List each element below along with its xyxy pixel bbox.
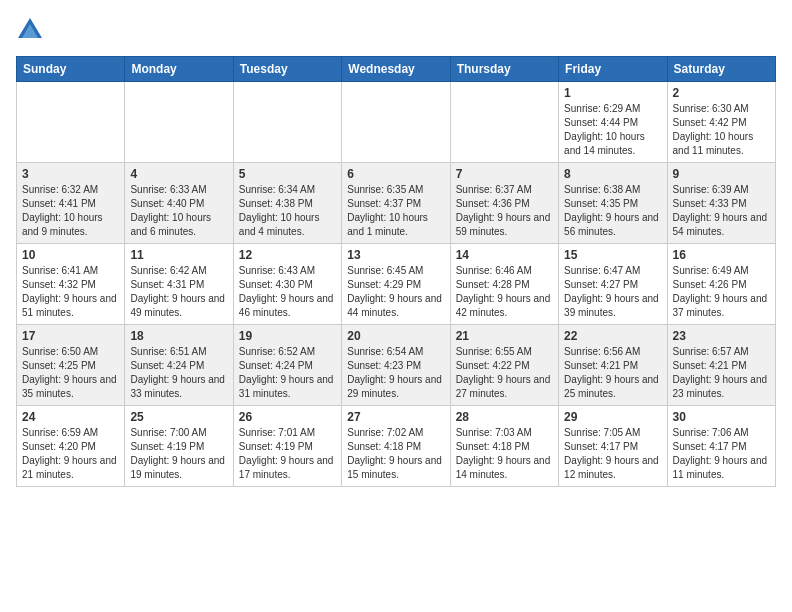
day-number: 3	[22, 167, 119, 181]
calendar-cell: 15Sunrise: 6:47 AM Sunset: 4:27 PM Dayli…	[559, 244, 667, 325]
day-header-saturday: Saturday	[667, 57, 775, 82]
day-number: 18	[130, 329, 227, 343]
calendar-week-2: 3Sunrise: 6:32 AM Sunset: 4:41 PM Daylig…	[17, 163, 776, 244]
calendar-cell: 16Sunrise: 6:49 AM Sunset: 4:26 PM Dayli…	[667, 244, 775, 325]
calendar-cell: 28Sunrise: 7:03 AM Sunset: 4:18 PM Dayli…	[450, 406, 558, 487]
calendar-cell: 12Sunrise: 6:43 AM Sunset: 4:30 PM Dayli…	[233, 244, 341, 325]
calendar-cell: 21Sunrise: 6:55 AM Sunset: 4:22 PM Dayli…	[450, 325, 558, 406]
day-info: Sunrise: 6:43 AM Sunset: 4:30 PM Dayligh…	[239, 264, 336, 320]
day-info: Sunrise: 6:52 AM Sunset: 4:24 PM Dayligh…	[239, 345, 336, 401]
calendar-cell: 4Sunrise: 6:33 AM Sunset: 4:40 PM Daylig…	[125, 163, 233, 244]
day-number: 4	[130, 167, 227, 181]
calendar-cell: 18Sunrise: 6:51 AM Sunset: 4:24 PM Dayli…	[125, 325, 233, 406]
day-number: 20	[347, 329, 444, 343]
day-info: Sunrise: 6:49 AM Sunset: 4:26 PM Dayligh…	[673, 264, 770, 320]
day-info: Sunrise: 7:02 AM Sunset: 4:18 PM Dayligh…	[347, 426, 444, 482]
day-number: 15	[564, 248, 661, 262]
day-info: Sunrise: 6:35 AM Sunset: 4:37 PM Dayligh…	[347, 183, 444, 239]
calendar-cell	[233, 82, 341, 163]
calendar-cell: 19Sunrise: 6:52 AM Sunset: 4:24 PM Dayli…	[233, 325, 341, 406]
calendar-week-3: 10Sunrise: 6:41 AM Sunset: 4:32 PM Dayli…	[17, 244, 776, 325]
day-info: Sunrise: 7:06 AM Sunset: 4:17 PM Dayligh…	[673, 426, 770, 482]
calendar-cell: 25Sunrise: 7:00 AM Sunset: 4:19 PM Dayli…	[125, 406, 233, 487]
calendar-cell: 8Sunrise: 6:38 AM Sunset: 4:35 PM Daylig…	[559, 163, 667, 244]
calendar-cell	[17, 82, 125, 163]
day-info: Sunrise: 6:34 AM Sunset: 4:38 PM Dayligh…	[239, 183, 336, 239]
day-number: 29	[564, 410, 661, 424]
calendar: SundayMondayTuesdayWednesdayThursdayFrid…	[16, 56, 776, 487]
day-header-sunday: Sunday	[17, 57, 125, 82]
day-info: Sunrise: 7:01 AM Sunset: 4:19 PM Dayligh…	[239, 426, 336, 482]
calendar-cell: 24Sunrise: 6:59 AM Sunset: 4:20 PM Dayli…	[17, 406, 125, 487]
day-header-monday: Monday	[125, 57, 233, 82]
day-info: Sunrise: 7:03 AM Sunset: 4:18 PM Dayligh…	[456, 426, 553, 482]
day-number: 27	[347, 410, 444, 424]
calendar-week-4: 17Sunrise: 6:50 AM Sunset: 4:25 PM Dayli…	[17, 325, 776, 406]
day-info: Sunrise: 6:55 AM Sunset: 4:22 PM Dayligh…	[456, 345, 553, 401]
calendar-cell: 2Sunrise: 6:30 AM Sunset: 4:42 PM Daylig…	[667, 82, 775, 163]
day-info: Sunrise: 7:05 AM Sunset: 4:17 PM Dayligh…	[564, 426, 661, 482]
day-number: 10	[22, 248, 119, 262]
day-info: Sunrise: 6:56 AM Sunset: 4:21 PM Dayligh…	[564, 345, 661, 401]
day-number: 23	[673, 329, 770, 343]
day-info: Sunrise: 7:00 AM Sunset: 4:19 PM Dayligh…	[130, 426, 227, 482]
calendar-cell: 29Sunrise: 7:05 AM Sunset: 4:17 PM Dayli…	[559, 406, 667, 487]
day-number: 16	[673, 248, 770, 262]
calendar-cell: 20Sunrise: 6:54 AM Sunset: 4:23 PM Dayli…	[342, 325, 450, 406]
day-number: 21	[456, 329, 553, 343]
day-number: 28	[456, 410, 553, 424]
day-info: Sunrise: 6:39 AM Sunset: 4:33 PM Dayligh…	[673, 183, 770, 239]
calendar-week-1: 1Sunrise: 6:29 AM Sunset: 4:44 PM Daylig…	[17, 82, 776, 163]
day-info: Sunrise: 6:37 AM Sunset: 4:36 PM Dayligh…	[456, 183, 553, 239]
calendar-header-row: SundayMondayTuesdayWednesdayThursdayFrid…	[17, 57, 776, 82]
day-number: 17	[22, 329, 119, 343]
calendar-cell: 11Sunrise: 6:42 AM Sunset: 4:31 PM Dayli…	[125, 244, 233, 325]
calendar-cell: 17Sunrise: 6:50 AM Sunset: 4:25 PM Dayli…	[17, 325, 125, 406]
day-number: 22	[564, 329, 661, 343]
calendar-cell: 9Sunrise: 6:39 AM Sunset: 4:33 PM Daylig…	[667, 163, 775, 244]
day-info: Sunrise: 6:32 AM Sunset: 4:41 PM Dayligh…	[22, 183, 119, 239]
day-info: Sunrise: 6:38 AM Sunset: 4:35 PM Dayligh…	[564, 183, 661, 239]
logo	[16, 16, 48, 44]
day-info: Sunrise: 6:57 AM Sunset: 4:21 PM Dayligh…	[673, 345, 770, 401]
calendar-cell: 30Sunrise: 7:06 AM Sunset: 4:17 PM Dayli…	[667, 406, 775, 487]
day-info: Sunrise: 6:33 AM Sunset: 4:40 PM Dayligh…	[130, 183, 227, 239]
day-info: Sunrise: 6:54 AM Sunset: 4:23 PM Dayligh…	[347, 345, 444, 401]
day-header-thursday: Thursday	[450, 57, 558, 82]
day-number: 5	[239, 167, 336, 181]
day-info: Sunrise: 6:50 AM Sunset: 4:25 PM Dayligh…	[22, 345, 119, 401]
calendar-week-5: 24Sunrise: 6:59 AM Sunset: 4:20 PM Dayli…	[17, 406, 776, 487]
calendar-cell: 10Sunrise: 6:41 AM Sunset: 4:32 PM Dayli…	[17, 244, 125, 325]
day-number: 25	[130, 410, 227, 424]
calendar-cell	[450, 82, 558, 163]
day-header-friday: Friday	[559, 57, 667, 82]
calendar-cell: 13Sunrise: 6:45 AM Sunset: 4:29 PM Dayli…	[342, 244, 450, 325]
day-header-tuesday: Tuesday	[233, 57, 341, 82]
day-info: Sunrise: 6:45 AM Sunset: 4:29 PM Dayligh…	[347, 264, 444, 320]
day-number: 13	[347, 248, 444, 262]
calendar-cell: 27Sunrise: 7:02 AM Sunset: 4:18 PM Dayli…	[342, 406, 450, 487]
day-number: 19	[239, 329, 336, 343]
day-number: 9	[673, 167, 770, 181]
day-number: 2	[673, 86, 770, 100]
day-info: Sunrise: 6:59 AM Sunset: 4:20 PM Dayligh…	[22, 426, 119, 482]
day-number: 1	[564, 86, 661, 100]
day-number: 7	[456, 167, 553, 181]
calendar-cell: 5Sunrise: 6:34 AM Sunset: 4:38 PM Daylig…	[233, 163, 341, 244]
page-header	[16, 16, 776, 44]
day-number: 26	[239, 410, 336, 424]
calendar-cell: 7Sunrise: 6:37 AM Sunset: 4:36 PM Daylig…	[450, 163, 558, 244]
logo-icon	[16, 16, 44, 44]
day-number: 14	[456, 248, 553, 262]
day-header-wednesday: Wednesday	[342, 57, 450, 82]
day-info: Sunrise: 6:30 AM Sunset: 4:42 PM Dayligh…	[673, 102, 770, 158]
calendar-cell: 26Sunrise: 7:01 AM Sunset: 4:19 PM Dayli…	[233, 406, 341, 487]
day-number: 24	[22, 410, 119, 424]
day-number: 30	[673, 410, 770, 424]
day-info: Sunrise: 6:46 AM Sunset: 4:28 PM Dayligh…	[456, 264, 553, 320]
calendar-cell: 1Sunrise: 6:29 AM Sunset: 4:44 PM Daylig…	[559, 82, 667, 163]
day-number: 12	[239, 248, 336, 262]
calendar-cell	[125, 82, 233, 163]
day-info: Sunrise: 6:41 AM Sunset: 4:32 PM Dayligh…	[22, 264, 119, 320]
calendar-cell: 6Sunrise: 6:35 AM Sunset: 4:37 PM Daylig…	[342, 163, 450, 244]
